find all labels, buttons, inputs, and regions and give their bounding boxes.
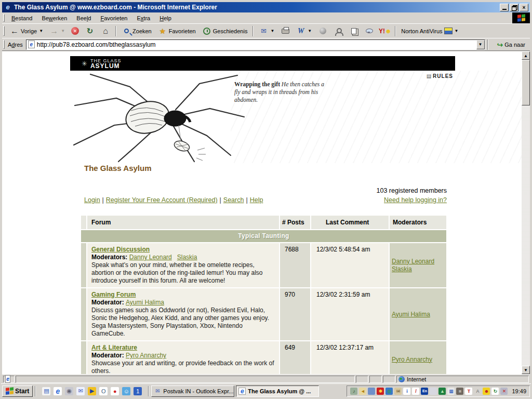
moderator-column-link[interactable]: Slaskia: [392, 265, 444, 273]
row-strip: [81, 288, 86, 340]
search-button[interactable]: Zoeken: [118, 25, 155, 37]
stop-button[interactable]: ✕: [68, 25, 82, 36]
speaker-icon[interactable]: ◄: [359, 388, 366, 395]
outlook-express-icon[interactable]: ✉: [76, 387, 85, 395]
print-button[interactable]: [277, 25, 293, 37]
moderator-link[interactable]: Pyro Annarchy: [126, 352, 166, 359]
ie-throbber: [512, 12, 530, 23]
accessibility-icon[interactable]: i: [403, 388, 410, 395]
task-button-outlook[interactable]: ✉Postvak IN - Outlook Expr...: [151, 385, 234, 397]
nav-link-login[interactable]: Login: [84, 196, 100, 204]
user-offline-icon[interactable]: ✕: [500, 388, 508, 395]
start-button[interactable]: Start: [2, 385, 33, 397]
toolbar-grip[interactable]: [3, 26, 5, 36]
menu-item-extra[interactable]: Extra: [132, 14, 155, 22]
edit-word-button[interactable]: W▼: [293, 25, 315, 37]
nav-link-help[interactable]: Help: [250, 196, 263, 204]
network-globe-icon[interactable]: ◍: [385, 388, 393, 395]
display-settings-icon[interactable]: ▦: [447, 388, 455, 395]
windows-flag-icon: [517, 14, 525, 22]
nav-link-register[interactable]: Register Your Free Account (Required): [106, 196, 218, 204]
display-icon[interactable]: [368, 388, 375, 395]
address-url[interactable]: http://pub78.ezboard.com/btheglassasylum: [37, 41, 476, 48]
vertical-scrollbar[interactable]: ▲ ▼: [522, 51, 530, 374]
forum-row: Art & Literature Moderator: Pyro Annarch…: [81, 341, 446, 374]
discussion-button[interactable]: [362, 25, 377, 37]
go-button[interactable]: ↪ Ga naar: [494, 39, 529, 50]
back-button[interactable]: ← Vorige ▼: [7, 25, 46, 37]
mail-dropdown-icon[interactable]: ▼: [270, 29, 274, 33]
internet-explorer-icon[interactable]: e: [54, 387, 62, 395]
need-help-link[interactable]: Need help logging in?: [384, 196, 447, 204]
task-button-ie[interactable]: eThe Glass Asylum @ ...: [236, 385, 319, 397]
moderator-link[interactable]: Danny Leonard: [129, 254, 172, 261]
volume-icon[interactable]: ♪: [350, 388, 357, 395]
msn-messenger-icon[interactable]: ☺: [122, 387, 130, 395]
home-button[interactable]: ⌂: [98, 25, 113, 37]
pen-tablet-icon[interactable]: /: [412, 388, 419, 395]
moderator-link[interactable]: Slaskia: [177, 254, 197, 261]
status-pane-3: [383, 376, 395, 383]
one-icon[interactable]: 1: [134, 387, 142, 395]
printer-icon[interactable]: ≡: [456, 388, 463, 395]
scheduler-icon[interactable]: T: [465, 388, 472, 395]
messenger-button[interactable]: [330, 25, 346, 37]
menu-item-favorieten[interactable]: Favorieten: [96, 14, 132, 22]
menu-item-beeld[interactable]: Beeld: [72, 14, 96, 22]
norton-icon[interactable]: ✱: [377, 388, 384, 395]
sync-icon[interactable]: ↻: [491, 388, 499, 395]
mail-button[interactable]: ✉▼: [256, 25, 277, 37]
minimize-button[interactable]: [500, 4, 509, 11]
address-grip[interactable]: [3, 40, 5, 48]
menu-item-bestand[interactable]: Bestand: [7, 14, 37, 22]
system-tray: ♪◄✱◍✉i/En▲▦≡TA☻↻✕ 19:49: [347, 385, 530, 397]
moderator-column-link[interactable]: Pyro Annarchy: [392, 356, 444, 363]
moderator-column-link[interactable]: Ayumi Halima: [392, 311, 444, 318]
history-button[interactable]: Geschiedenis: [199, 25, 251, 37]
realplayer-icon[interactable]: ●: [111, 387, 119, 395]
mail-monitor-icon[interactable]: ✉: [394, 388, 402, 395]
address-bar: Adres e http://pub78.ezboard.com/bthegla…: [2, 38, 530, 51]
moderator-link[interactable]: Ayumi Halima: [126, 299, 164, 306]
forum-link[interactable]: Gaming Forum: [91, 291, 136, 298]
discuss-button[interactable]: [315, 25, 330, 37]
edit-dropdown-icon[interactable]: ▼: [308, 29, 312, 33]
rules-link[interactable]: ▤RULES: [360, 73, 453, 79]
moderator-column-link[interactable]: Danny Leonard: [392, 258, 444, 265]
forum-link[interactable]: Art & Literature: [91, 344, 137, 351]
show-desktop-icon[interactable]: ▤: [42, 387, 50, 395]
menu-item-bewerken[interactable]: Bewerken: [37, 14, 72, 22]
forward-dropdown-icon[interactable]: ▼: [61, 29, 65, 33]
yahoo-messenger-icon[interactable]: ☻: [483, 388, 490, 395]
menu-item-help[interactable]: Help: [155, 14, 176, 22]
back-dropdown-icon[interactable]: ▼: [39, 29, 43, 33]
mouse-settings-icon[interactable]: [430, 388, 437, 395]
related-button[interactable]: [346, 25, 362, 37]
address-dropdown-button[interactable]: ▼: [476, 40, 485, 49]
scrollbar-thumb[interactable]: [522, 60, 530, 105]
menu-grip[interactable]: [3, 14, 5, 22]
antivirus-shield-icon[interactable]: ▲: [438, 388, 446, 395]
keyboard-layout-icon[interactable]: En: [421, 388, 428, 395]
address-label: Adres: [8, 42, 23, 48]
webcam-icon[interactable]: ◉: [65, 387, 73, 395]
media-player-icon[interactable]: ▶: [88, 387, 96, 395]
scroll-up-button[interactable]: ▲: [522, 51, 530, 60]
forum-rows: General Discussion Moderators: Danny Leo…: [81, 243, 446, 374]
norton-dropdown-icon[interactable]: ▼: [455, 29, 459, 33]
scroll-down-button[interactable]: ▼: [522, 366, 530, 374]
forward-button[interactable]: → ▼: [46, 25, 68, 37]
favorites-button[interactable]: ★ Favorieten: [155, 25, 199, 37]
refresh-button[interactable]: ↻: [82, 25, 98, 37]
photo-app-icon[interactable]: O: [99, 387, 108, 395]
address-input[interactable]: e http://pub78.ezboard.com/btheglassasyl…: [26, 39, 485, 50]
forum-link[interactable]: General Discussion: [91, 246, 150, 253]
yahoo-button[interactable]: Y!☻: [377, 25, 393, 37]
ime-a-icon[interactable]: A: [474, 388, 481, 395]
norton-antivirus-button[interactable]: Norton AntiVirus ▼: [398, 26, 461, 36]
restore-button[interactable]: [510, 4, 518, 11]
back-arrow-icon: ←: [10, 26, 19, 36]
close-button[interactable]: ×: [520, 4, 528, 11]
browser-window: e The Glass Asylum @ www.ezboard.com - M…: [0, 0, 532, 399]
nav-link-search[interactable]: Search: [223, 196, 244, 204]
